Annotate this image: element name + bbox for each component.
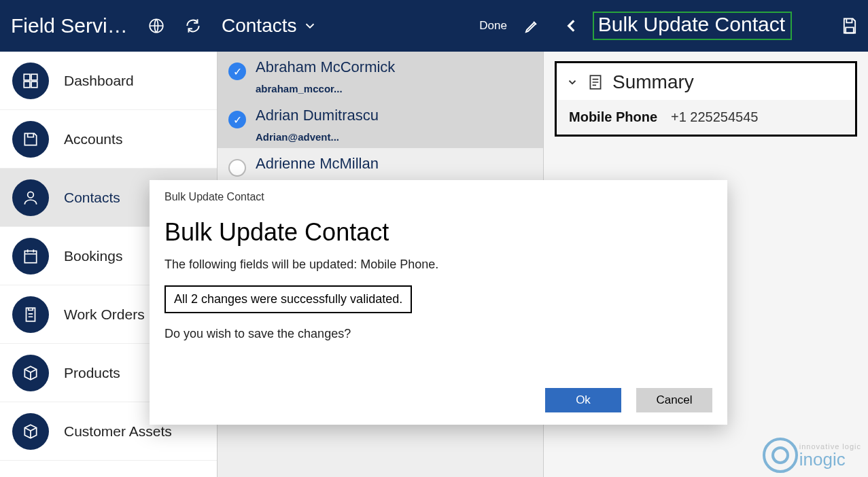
chevron-down-icon[interactable] — [566, 76, 578, 88]
contact-name: Adrienne McMillan — [256, 155, 530, 173]
sidebar-item-dashboard[interactable]: Dashboard — [0, 52, 217, 110]
logo-name: inogic — [799, 450, 861, 468]
sidebar-label: Accounts — [64, 131, 122, 147]
save-icon[interactable] — [839, 16, 860, 36]
field-label: Mobile Phone — [569, 109, 671, 125]
modal-overlay: Bulk Update Contact Bulk Update Contact … — [0, 180, 868, 477]
ok-button[interactable]: Ok — [545, 388, 621, 412]
done-label[interactable]: Done — [479, 19, 507, 33]
module-dropdown[interactable]: Contacts — [222, 15, 317, 37]
top-header: Field Servic... Contacts Done Bulk Updat… — [0, 0, 868, 52]
accounts-icon — [12, 121, 49, 158]
svg-rect-1 — [24, 74, 30, 80]
module-label-text: Contacts — [222, 15, 297, 37]
check-icon[interactable]: ✓ — [228, 63, 246, 80]
chevron-down-icon — [302, 18, 317, 33]
check-icon[interactable]: ✓ — [228, 111, 246, 128]
bulk-update-dialog: Bulk Update Contact Bulk Update Contact … — [150, 180, 727, 425]
sidebar-item-accounts[interactable]: Accounts — [0, 110, 217, 169]
dialog-status: All 2 changes were successfully validate… — [164, 285, 412, 313]
svg-rect-4 — [31, 82, 37, 88]
pencil-icon[interactable] — [522, 16, 542, 36]
svg-rect-3 — [24, 82, 30, 88]
globe-icon[interactable] — [143, 12, 170, 39]
summary-title: Summary — [612, 71, 694, 93]
contact-name: Adrian Dumitrascu — [256, 107, 530, 124]
dialog-message-1: The following fields will be updated: Mo… — [164, 258, 712, 272]
logo-icon — [763, 438, 798, 473]
page-title: Bulk Update Contact — [593, 12, 792, 40]
contact-sub: abraham_mccor... — [256, 83, 530, 94]
field-value: +1 225254545 — [671, 109, 758, 125]
summary-section: Summary Mobile Phone +1 225254545 — [555, 61, 857, 137]
back-icon[interactable] — [561, 16, 582, 36]
list-item[interactable]: Adrienne McMillan — [218, 148, 543, 185]
refresh-icon[interactable] — [179, 12, 207, 39]
sidebar-label: Dashboard — [64, 73, 134, 89]
list-item[interactable]: ✓ Abraham McCormick abraham_mccor... — [218, 52, 543, 100]
svg-rect-2 — [31, 74, 37, 80]
brand-logo: innovative logic inogic — [763, 438, 861, 473]
list-item[interactable]: ✓ Adrian Dumitrascu Adrian@advent... — [218, 100, 543, 148]
dialog-title: Bulk Update Contact — [164, 218, 712, 247]
dashboard-icon — [12, 63, 49, 99]
dialog-crumb: Bulk Update Contact — [164, 191, 712, 203]
summary-icon — [587, 73, 604, 91]
app-title: Field Servic... — [11, 14, 133, 37]
contact-name: Abraham McCormick — [256, 58, 530, 76]
dialog-message-2: Do you wish to save the changes? — [164, 327, 712, 341]
contact-sub: Adrian@advent... — [256, 131, 530, 143]
check-icon[interactable] — [228, 159, 246, 177]
cancel-button[interactable]: Cancel — [636, 388, 712, 412]
summary-row[interactable]: Mobile Phone +1 225254545 — [557, 100, 855, 135]
